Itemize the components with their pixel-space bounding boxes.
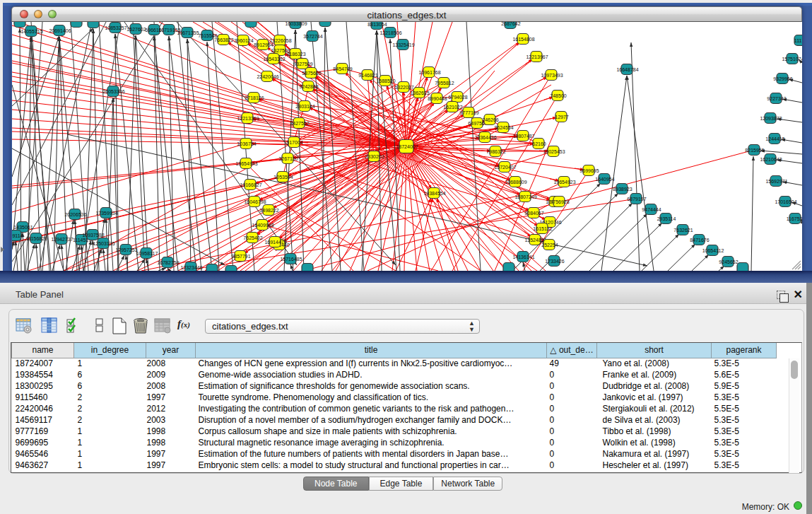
svg-text:26053346: 26053346 — [102, 89, 124, 94]
svg-text:16648784: 16648784 — [616, 67, 638, 72]
svg-text:917004: 917004 — [286, 140, 302, 145]
svg-text:10958117: 10958117 — [136, 251, 158, 256]
svg-text:12213967: 12213967 — [526, 54, 548, 59]
svg-text:12942737: 12942737 — [51, 237, 73, 242]
svg-text:1621022: 1621022 — [443, 105, 462, 110]
svg-text:10961768: 10961768 — [418, 70, 440, 75]
svg-text:16046798: 16046798 — [244, 199, 266, 204]
svg-text:12323446: 12323446 — [180, 265, 202, 270]
svg-text:11156829: 11156829 — [26, 236, 47, 241]
svg-text:20691406: 20691406 — [49, 28, 71, 33]
svg-text:9699695: 9699695 — [579, 168, 599, 173]
svg-text:19166827: 19166827 — [240, 182, 261, 187]
svg-text:16409948: 16409948 — [252, 223, 273, 228]
svg-text:8912954: 8912954 — [254, 42, 273, 47]
svg-text:8938923: 8938923 — [613, 187, 632, 192]
svg-text:9756928: 9756928 — [550, 199, 569, 204]
svg-text:9777169: 9777169 — [459, 110, 478, 115]
svg-text:12503135: 12503135 — [93, 241, 114, 246]
svg-text:2803144: 2803144 — [295, 104, 314, 109]
svg-text:6322037: 6322037 — [394, 85, 413, 90]
svg-text:15751074: 15751074 — [782, 57, 802, 62]
svg-text:9227343: 9227343 — [767, 96, 786, 101]
svg-text:8471676: 8471676 — [690, 238, 709, 243]
svg-text:10688609: 10688609 — [505, 180, 526, 185]
svg-text:3624554: 3624554 — [494, 125, 513, 130]
svg-text:746266: 746266 — [482, 117, 498, 122]
svg-text:16033809: 16033809 — [285, 22, 307, 26]
svg-text:10671355: 10671355 — [177, 30, 199, 35]
svg-text:10937588: 10937588 — [82, 233, 104, 238]
svg-text:8454749: 8454749 — [333, 66, 352, 71]
svg-text:9329966: 9329966 — [773, 76, 792, 81]
svg-text:2935114: 2935114 — [657, 216, 676, 221]
svg-text:1244415: 1244415 — [765, 136, 784, 141]
svg-text:12093873: 12093873 — [760, 116, 782, 121]
svg-text:15720407: 15720407 — [494, 165, 516, 170]
svg-text:8427552: 8427552 — [290, 121, 309, 126]
svg-text:14055715: 14055715 — [20, 29, 42, 34]
svg-text:1733426: 1733426 — [545, 259, 564, 264]
svg-text:10853257: 10853257 — [105, 25, 126, 30]
svg-text:10807487: 10807487 — [512, 134, 534, 139]
svg-text:1588520: 1588520 — [376, 78, 395, 83]
svg-text:7625402: 7625402 — [243, 235, 262, 240]
svg-text:22420046: 22420046 — [257, 74, 278, 79]
svg-text:1362615: 1362615 — [410, 90, 429, 95]
svg-text:8215955: 8215955 — [745, 148, 764, 153]
svg-text:3960124: 3960124 — [234, 38, 253, 43]
svg-text:15716485: 15716485 — [280, 257, 302, 262]
svg-text:17016504: 17016504 — [775, 199, 796, 204]
svg-text:19654923: 19654923 — [553, 180, 575, 185]
svg-text:1640954: 1640954 — [595, 177, 614, 182]
svg-text:9474444: 9474444 — [642, 207, 661, 212]
svg-text:10025453: 10025453 — [543, 149, 565, 154]
svg-text:7986322: 7986322 — [486, 149, 505, 154]
svg-text:748500: 748500 — [550, 93, 566, 98]
svg-text:12977: 12977 — [555, 115, 569, 119]
svg-text:9146821: 9146821 — [358, 73, 377, 78]
svg-text:16914479: 16914479 — [264, 240, 286, 245]
svg-text:8990448: 8990448 — [428, 96, 447, 101]
svg-text:10654112: 10654112 — [702, 248, 724, 253]
svg-text:1435061: 1435061 — [13, 225, 33, 230]
svg-text:8813054: 8813054 — [367, 22, 387, 27]
svg-text:3498222: 3498222 — [259, 208, 278, 213]
svg-text:13325419: 13325419 — [392, 42, 414, 47]
svg-text:62160: 62160 — [532, 141, 546, 146]
svg-text:1053594: 1053594 — [273, 175, 293, 180]
svg-text:7955812: 7955812 — [435, 81, 454, 86]
svg-text:13226058: 13226058 — [269, 38, 291, 43]
svg-text:14136141: 14136141 — [512, 255, 534, 259]
svg-text:3267130: 3267130 — [278, 156, 298, 161]
svg-text:6879197: 6879197 — [627, 197, 646, 201]
svg-text:9245652: 9245652 — [719, 259, 738, 264]
svg-text:9242848: 9242848 — [299, 84, 318, 89]
svg-text:19654943: 19654943 — [235, 161, 257, 166]
svg-text:12218506: 12218506 — [379, 30, 401, 35]
svg-text:17359934: 17359934 — [95, 211, 117, 216]
svg-text:9857791: 9857791 — [231, 254, 250, 259]
svg-text:1167534: 1167534 — [787, 216, 802, 221]
svg-text:7632621: 7632621 — [673, 228, 693, 233]
svg-text:10973493: 10973493 — [541, 73, 563, 78]
svg-text:20206536: 20206536 — [64, 212, 86, 217]
svg-text:19384554: 19384554 — [423, 191, 445, 196]
svg-text:5875685: 5875685 — [302, 71, 321, 76]
svg-text:39114: 39114 — [12, 233, 23, 238]
svg-text:2330203: 2330203 — [365, 154, 384, 159]
svg-text:252254: 252254 — [541, 243, 558, 247]
svg-text:6794028: 6794028 — [448, 95, 467, 100]
svg-text:18807249: 18807249 — [514, 194, 536, 199]
svg-text:3572744: 3572744 — [303, 34, 322, 39]
svg-text:18724007: 18724007 — [396, 144, 418, 149]
svg-text:9327509: 9327509 — [293, 62, 312, 66]
svg-text:16154808: 16154808 — [512, 37, 534, 42]
svg-text:16543362: 16543362 — [263, 57, 285, 62]
svg-text:15692971: 15692971 — [765, 179, 787, 184]
svg-text:2687642: 2687642 — [501, 22, 520, 26]
svg-text:11174: 11174 — [794, 38, 802, 43]
svg-text:16782759: 16782759 — [157, 260, 179, 265]
svg-text:1615132: 1615132 — [533, 226, 552, 231]
svg-text:9084067: 9084067 — [524, 211, 543, 216]
